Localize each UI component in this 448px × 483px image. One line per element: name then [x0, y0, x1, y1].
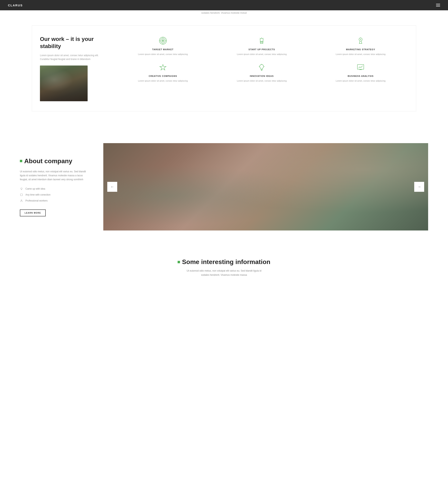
feature-target-market: TARGET MARKET Lorem ipsum dolor sit amet… [115, 36, 210, 56]
list-item-idea-text: Came up with idea [25, 187, 45, 190]
feature-title-business: BUSINESS ANALYSIS [313, 75, 408, 77]
feature-title-target-market: TARGET MARKET [115, 48, 210, 51]
feature-title-startup: START UP PROJECTS [214, 48, 309, 51]
feature-business-analysis: BUSINESS ANALYSIS Lorem ipsum dolor sit … [313, 62, 408, 83]
list-item-workers: Professional workers [20, 199, 88, 202]
feature-title-innovation: INNOVATION IDEAS [214, 75, 309, 77]
feature-desc-startup: Lorem ipsum dolor sit amet, consec tetur… [214, 53, 309, 56]
feature-desc-innovation: Lorem ipsum dolor sit amet, consec tetur… [214, 79, 309, 83]
our-work-wrapper: Our work – it is your stability Lorem ip… [32, 25, 416, 111]
svg-line-13 [260, 42, 261, 43]
svg-line-11 [260, 38, 260, 39]
navbar-logo: CLARUS [8, 4, 23, 7]
feature-desc-marketing: Lorem ipsum dolor sit amet, consec tetur… [313, 53, 408, 56]
our-work-section: Our work – it is your stability Lorem ip… [0, 16, 448, 127]
feature-title-marketing: MARKETING STRATEGY [313, 48, 408, 51]
feature-desc-target-market: Lorem ipsum dolor sit amet, consec tetur… [115, 53, 210, 56]
about-image [103, 143, 428, 231]
feature-creative-campaigns: CREATIVE COMPAIGNS Lorem ipsum dolor sit… [115, 62, 210, 83]
about-left: About company Ut euismod odio metus, non… [20, 157, 88, 216]
features-grid: TARGET MARKET Lorem ipsum dolor sit amet… [115, 36, 408, 83]
about-section: About company Ut euismod odio metus, non… [0, 127, 448, 246]
svg-rect-27 [20, 194, 23, 196]
top-scrolling-text: sodales hendrerit. Vivamus molestie molu… [0, 10, 448, 16]
business-analysis-icon [355, 62, 366, 72]
hamburger-menu-icon[interactable] [436, 4, 440, 7]
feature-desc-business: Lorem ipsum dolor sit amet, consec tetur… [313, 79, 408, 83]
about-description: Ut euismod odio metus, non volutpat elit… [20, 170, 88, 182]
about-image-bg [103, 143, 428, 231]
our-work-left: Our work – it is your stability Lorem ip… [40, 36, 104, 101]
feature-marketing-strategy: MARKETING STRATEGY Lorem ipsum dolor sit… [313, 36, 408, 56]
list-item-workers-text: Professional workers [25, 199, 48, 202]
feature-title-creative: CREATIVE COMPAIGNS [115, 75, 210, 77]
about-title: About company [20, 157, 88, 165]
about-feature-list: Came up with idea Any time with conectio… [20, 187, 88, 202]
info-title-dot [178, 261, 180, 263]
slider-prev-button[interactable]: ← [107, 182, 117, 192]
svg-rect-12 [260, 41, 263, 42]
marketing-strategy-icon [355, 36, 366, 46]
learn-more-button[interactable]: LEARN MORE [20, 210, 46, 216]
feature-desc-creative: Lorem ipsum dolor sit amet, consec tetur… [115, 79, 210, 83]
info-title: Some interesting information [20, 258, 428, 266]
our-work-description: Lorem ipsum dolor sit amet, consec tetur… [40, 54, 104, 61]
list-item-connection-text: Any time with conection [25, 193, 50, 196]
svg-point-28 [21, 200, 22, 201]
lightbulb-icon [20, 187, 23, 190]
list-item-idea: Came up with idea [20, 187, 88, 190]
list-item-connection: Any time with conection [20, 193, 88, 196]
title-accent-dot [20, 160, 22, 162]
info-section: Some interesting information Ut euismod … [0, 246, 448, 285]
info-description: Ut euismod odio metus, non volutpat elit… [186, 269, 262, 277]
svg-line-14 [263, 42, 263, 43]
navbar: CLARUS [0, 0, 448, 10]
our-work-title: Our work – it is your stability [40, 36, 104, 50]
creative-campaigns-icon [158, 62, 168, 72]
svg-point-3 [162, 40, 163, 41]
innovation-ideas-icon [256, 62, 267, 72]
target-market-icon [158, 36, 168, 46]
about-image-slider: ← → [103, 143, 428, 231]
feature-innovation-ideas: INNOVATION IDEAS Lorem ipsum dolor sit a… [214, 62, 309, 83]
slider-next-button[interactable]: → [414, 182, 424, 192]
svg-point-8 [260, 38, 263, 41]
startup-projects-icon [256, 36, 267, 46]
our-work-image [40, 65, 88, 101]
svg-line-10 [263, 38, 264, 39]
svg-rect-22 [357, 64, 364, 69]
connection-icon [20, 193, 23, 196]
person-icon [20, 199, 23, 202]
feature-startup-projects: START UP PROJECTS Lorem ipsum dolor sit … [214, 36, 309, 56]
